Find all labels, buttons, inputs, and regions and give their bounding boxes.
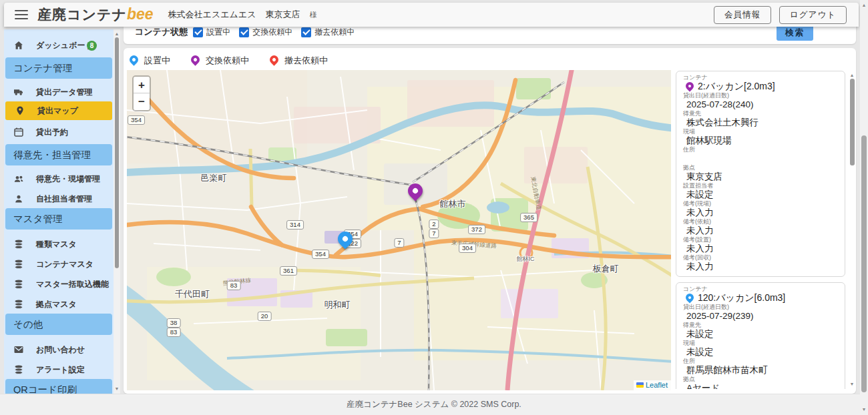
route-shield: 314 [286,220,304,230]
sidebar-section-master-mgmt[interactable]: マスタ管理 [5,208,112,230]
panel-scrollbar-thumb[interactable] [850,79,855,165]
container-detail-panel: コンテナ 2:バッカン[2.0m3] 貸出日(経過日数)2025-07-28(2… [676,71,845,389]
honorific: 様 [309,10,316,20]
panel-scrollbar[interactable]: ▲ ▼ [848,71,856,389]
route-shield: 7 [429,229,439,238]
sidebar-item-own-staff[interactable]: 自社担当者管理 [4,189,114,208]
container-status-label: コンテナ状態 [135,26,188,38]
place-label-meiwa: 明和町 [324,299,351,311]
customer-info: 株式会社エスエムエス 東京支店 様 [168,9,317,21]
dashboard-badge: 8 [87,41,97,51]
map-marker-container-2[interactable] [405,183,425,203]
database-icon [13,279,24,290]
sidebar-item-rental-reserve[interactable]: 貸出予約 [4,123,114,141]
map-marker-container-120[interactable] [335,231,355,251]
route-shield: 7 [394,238,404,248]
place-label-chiyoda: 千代田町 [175,288,210,300]
place-label-tatebayashi: 館林市 [440,198,466,210]
database-icon [13,364,24,375]
database-icon [13,239,24,250]
sidebar-item-container-master[interactable]: コンテナマスタ [4,255,114,274]
route-shield: 361 [280,266,297,276]
legend-pin-removal-icon [268,55,279,67]
sidebar-item-base-master[interactable]: 拠点マスタ [4,295,114,314]
sidebar-section-customer-mgmt[interactable]: 得意先・担当管理 [5,144,112,165]
sidebar-section-others[interactable]: その他 [5,314,112,335]
zoom-out-button[interactable]: − [134,93,150,110]
app-footer: 産廃コンテナBee システム © 2022 SMS Corp. [0,394,868,415]
database-icon [13,259,24,270]
route-shield: 354 [128,115,145,125]
route-shield: 304 [459,244,476,253]
route-shield: 20 [258,312,272,321]
app-logo: 産廃コンテナbee [37,5,154,24]
container-pin-icon [684,293,694,304]
sidebar-item-dashboard[interactable]: ダッシュボード 8 [4,36,114,55]
map-zoom-control: + − [132,75,151,111]
footer-text: 産廃コンテナBee システム © 2022 SMS Corp. [0,394,868,414]
legend-pin-exchange-icon [190,55,200,67]
mail-icon [13,344,24,355]
logout-button[interactable]: ログアウト [779,6,847,24]
sidebar-item-contact[interactable]: お問い合わせ [4,340,114,359]
people-icon [13,173,24,184]
route-shield: 38 [167,318,181,328]
sidebar-section-container-mgmt[interactable]: コンテナ管理 [5,57,112,79]
sidebar-item-alert-settings[interactable]: アラート設定 [4,360,114,379]
route-shield: 83 [167,328,181,337]
map-tiles [127,70,671,390]
sidebar-item-customer-site[interactable]: 得意先・現場管理 [4,169,114,188]
checkbox-installed[interactable] [193,27,203,37]
checkbox-exchange-requested[interactable] [239,27,249,37]
home-icon [13,40,24,51]
route-shield: 2 [429,220,439,229]
sidebar-item-rental-map[interactable]: 貸出マップ [5,101,112,120]
branch-name: 東京支店 [265,9,300,21]
place-label-itakura: 板倉町 [593,263,619,275]
database-icon [13,299,24,310]
route-shield: 83 [227,281,241,290]
container-detail-card: コンテナ 2:バッカン[2.0m3] 貸出日(経過日数)2025-07-28(2… [676,71,845,277]
page-scrollbar-thumb[interactable] [861,135,867,392]
ukraine-flag-icon [636,382,644,388]
sidebar: ダッシュボード 8 コンテナ管理 貸出データ管理 貸出マップ 貸出予約 得意先・… [4,29,114,394]
app-header: 産廃コンテナbee 株式会社エスエムエス 東京支店 様 会員情報 ログアウト [4,3,859,27]
legend-pin-installed-icon [128,55,139,67]
map-pin-icon [15,105,25,116]
app-title-accent: bee [127,5,154,23]
container-pin-icon [684,81,694,92]
route-shield: 365 [520,213,537,222]
sidebar-scrollbar-thumb[interactable] [115,37,119,268]
zoom-in-button[interactable]: + [134,77,150,93]
calendar-icon [13,127,24,137]
person-icon [13,193,24,204]
search-button[interactable]: 検索 [777,25,813,41]
app-title: 産廃コンテナ [37,7,127,22]
sidebar-scrollbar[interactable]: ▲ ▼ [114,29,120,394]
member-info-button[interactable]: 会員情報 [714,6,771,24]
sidebar-item-type-master[interactable]: 種類マスタ [4,235,114,254]
checkbox-removal-requested[interactable] [301,27,311,37]
map-legend: 設置中 交換依頼中 撤去依頼中 [128,55,341,67]
leaflet-attribution-link[interactable]: Leaflet [646,381,668,389]
truck-icon [13,87,24,97]
place-label-oura: 邑楽町 [201,172,227,184]
route-shield: 372 [468,225,485,234]
container-detail-card: コンテナ 120:バッカン[6.0m3] 貸出日(経過日数)2025-07-29… [676,282,845,389]
route-shield: 354 [312,250,329,259]
map-attribution: Leaflet [634,380,671,390]
sidebar-item-master-import[interactable]: マスター括取込機能 [4,275,114,294]
menu-hamburger-icon[interactable] [15,10,28,19]
sidebar-item-rental-data[interactable]: 貸出データ管理 [4,83,114,101]
sidebar-section-qr-print[interactable]: QRコード印刷 [5,379,112,394]
customer-name: 株式会社エスエムエス [168,9,256,21]
place-label-tatebayashi-ic: 館林IC [517,255,535,264]
map-card: 設置中 交換依頼中 撤去依頼中 [124,48,856,394]
page-scrollbar[interactable]: ▲ ▼ [860,0,868,415]
leaflet-map[interactable]: 邑楽町 館林市 千代田町 明和町 板倉町 館林IC 東毛広域幹線道路 熊谷館林線… [127,70,671,390]
